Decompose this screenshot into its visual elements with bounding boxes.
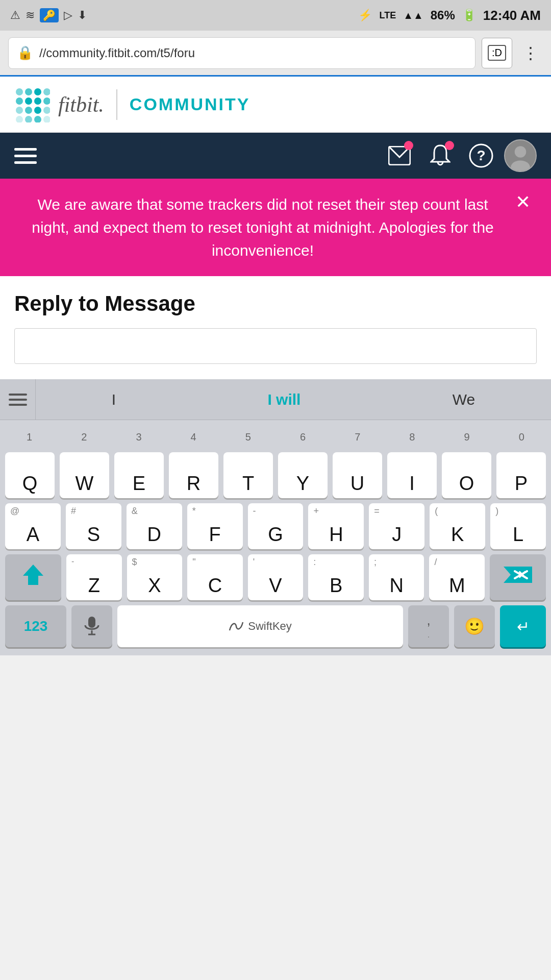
mail-notification-dot bbox=[404, 141, 413, 150]
svg-point-3 bbox=[43, 88, 50, 95]
bluetooth-icon: ⚡ bbox=[358, 9, 372, 22]
key-p[interactable]: P bbox=[496, 452, 546, 498]
svg-point-11 bbox=[43, 107, 50, 114]
messages-button[interactable] bbox=[382, 138, 417, 174]
emoji-key[interactable]: 🙂 bbox=[454, 605, 495, 647]
enter-key[interactable]: ↵ bbox=[500, 605, 546, 647]
microphone-icon bbox=[84, 616, 99, 636]
battery-icon: 🔋 bbox=[462, 9, 476, 22]
key-o[interactable]: O bbox=[442, 452, 491, 498]
key-z[interactable]: -Z bbox=[66, 554, 122, 600]
swiftkey-branding: SwiftKey bbox=[229, 620, 292, 633]
banner-message: We are aware that some trackers did not … bbox=[20, 193, 505, 262]
browser-bar: 🔒 //community.fitbit.com/t5/foru :D ⋮ bbox=[0, 31, 551, 77]
help-button[interactable]: ? bbox=[463, 138, 499, 174]
header-divider bbox=[116, 89, 117, 120]
url-text[interactable]: //community.fitbit.com/t5/foru bbox=[39, 46, 467, 60]
svg-point-20 bbox=[515, 146, 527, 158]
wrench-icon: 🔑 bbox=[40, 8, 59, 22]
tab-switcher-button[interactable]: :D bbox=[482, 38, 512, 68]
key-s[interactable]: #S bbox=[66, 503, 121, 549]
svg-point-5 bbox=[25, 97, 32, 105]
num-6: 6 bbox=[279, 424, 328, 450]
num-4: 4 bbox=[169, 424, 218, 450]
notifications-button[interactable] bbox=[422, 138, 458, 174]
key-b[interactable]: :B bbox=[308, 554, 364, 600]
key-w[interactable]: W bbox=[60, 452, 109, 498]
alert-banner: We are aware that some trackers did not … bbox=[0, 179, 551, 276]
microphone-key[interactable] bbox=[71, 605, 112, 647]
key-h[interactable]: +H bbox=[308, 503, 364, 549]
reply-input[interactable] bbox=[14, 328, 537, 364]
key-f[interactable]: *F bbox=[187, 503, 243, 549]
status-bar: ⚠ ≋ 🔑 ▷ ⬇ ⚡ LTE ▲▲ 86% 🔋 12:40 AM bbox=[0, 0, 551, 31]
keyboard: I I will We 1 2 3 4 5 6 7 8 9 0 Q W E R … bbox=[0, 379, 551, 655]
key-row-zxcv: -Z $X "C 'V :B ;N /M ✕ bbox=[0, 552, 551, 603]
download-icon: ⬇ bbox=[78, 9, 87, 22]
key-a[interactable]: @A bbox=[5, 503, 61, 549]
space-key[interactable]: SwiftKey bbox=[117, 605, 403, 647]
lock-icon: 🔒 bbox=[17, 45, 33, 61]
shift-key[interactable] bbox=[5, 554, 61, 600]
key-g[interactable]: -G bbox=[248, 503, 304, 549]
suggestion-item-2[interactable]: We bbox=[442, 386, 485, 413]
svg-point-0 bbox=[16, 88, 23, 95]
key-c[interactable]: "C bbox=[187, 554, 243, 600]
nav-icon-group: ? bbox=[382, 138, 537, 174]
key-x[interactable]: $X bbox=[127, 554, 183, 600]
key-q[interactable]: Q bbox=[5, 452, 55, 498]
num-5: 5 bbox=[223, 424, 272, 450]
status-right: ⚡ LTE ▲▲ 86% 🔋 12:40 AM bbox=[358, 8, 541, 23]
emoji-icon: 🙂 bbox=[464, 617, 485, 636]
suggestion-item-0[interactable]: I bbox=[102, 386, 126, 413]
svg-point-2 bbox=[34, 88, 41, 95]
key-k[interactable]: (K bbox=[430, 503, 485, 549]
hamburger-line-1 bbox=[14, 148, 37, 151]
svg-point-9 bbox=[25, 107, 32, 114]
battery-pct: 86% bbox=[431, 8, 455, 22]
suggestion-menu-icon[interactable] bbox=[0, 379, 36, 420]
svg-point-13 bbox=[25, 116, 32, 122]
key-n[interactable]: ;N bbox=[369, 554, 424, 600]
svg-point-8 bbox=[16, 107, 23, 114]
num-toggle-key[interactable]: 123 bbox=[5, 605, 66, 647]
svg-point-12 bbox=[16, 116, 23, 122]
key-y[interactable]: Y bbox=[278, 452, 328, 498]
key-e[interactable]: E bbox=[114, 452, 164, 498]
key-j[interactable]: =J bbox=[369, 503, 424, 549]
key-d[interactable]: &D bbox=[127, 503, 182, 549]
key-t[interactable]: T bbox=[223, 452, 273, 498]
backspace-key[interactable]: ✕ bbox=[490, 554, 546, 600]
page-title: Reply to Message bbox=[14, 291, 537, 316]
hamburger-menu-button[interactable] bbox=[14, 148, 37, 164]
community-label: COMMUNITY bbox=[130, 94, 251, 114]
key-r[interactable]: R bbox=[169, 452, 218, 498]
num-3: 3 bbox=[114, 424, 163, 450]
suggestion-item-1[interactable]: I will bbox=[257, 386, 311, 413]
user-avatar-button[interactable] bbox=[504, 139, 537, 172]
svg-point-14 bbox=[34, 116, 41, 122]
browser-menu-button[interactable]: ⋮ bbox=[518, 43, 543, 63]
svg-point-4 bbox=[16, 97, 23, 105]
key-l[interactable]: )L bbox=[490, 503, 546, 549]
num-0: 0 bbox=[497, 424, 546, 450]
backspace-icon: ✕ bbox=[503, 565, 533, 585]
url-bar[interactable]: 🔒 //community.fitbit.com/t5/foru bbox=[8, 37, 475, 69]
key-m[interactable]: /M bbox=[429, 554, 485, 600]
svg-text:?: ? bbox=[477, 148, 485, 163]
help-icon: ? bbox=[468, 143, 494, 168]
svg-point-1 bbox=[25, 88, 32, 95]
key-v[interactable]: 'V bbox=[248, 554, 304, 600]
period-sub: . bbox=[427, 629, 430, 640]
banner-close-button[interactable]: ✕ bbox=[515, 193, 531, 211]
punctuation-key[interactable]: , . bbox=[408, 605, 449, 647]
num-7: 7 bbox=[333, 424, 382, 450]
shift-icon bbox=[22, 564, 44, 586]
alert-icon: ⚠ bbox=[10, 9, 20, 22]
key-i[interactable]: I bbox=[387, 452, 437, 498]
lte-indicator: LTE bbox=[379, 10, 396, 21]
key-u[interactable]: U bbox=[333, 452, 382, 498]
nav-bar: ? bbox=[0, 133, 551, 179]
fitbit-logo[interactable]: fitbit. bbox=[14, 87, 104, 122]
suggestions-list: I I will We bbox=[36, 386, 551, 413]
